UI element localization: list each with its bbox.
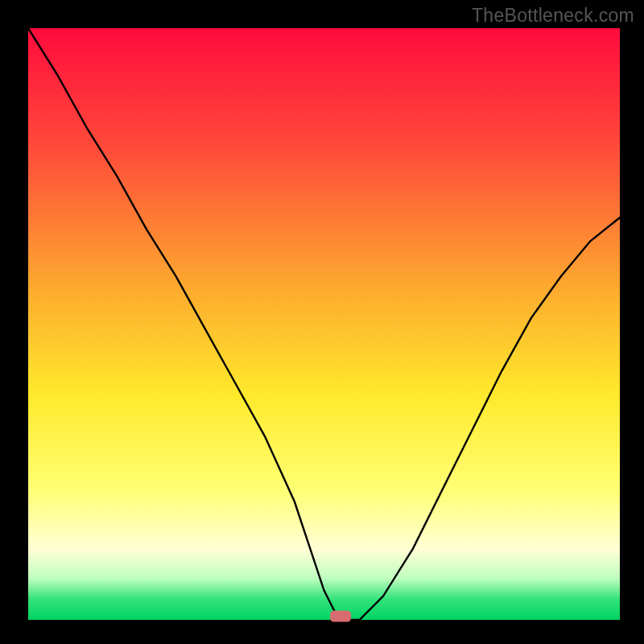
chart-frame: TheBottleneck.com	[0, 0, 644, 644]
minimum-marker	[330, 611, 351, 622]
bottleneck-chart	[0, 0, 644, 644]
watermark-text: TheBottleneck.com	[472, 5, 634, 27]
plot-background	[28, 28, 620, 620]
